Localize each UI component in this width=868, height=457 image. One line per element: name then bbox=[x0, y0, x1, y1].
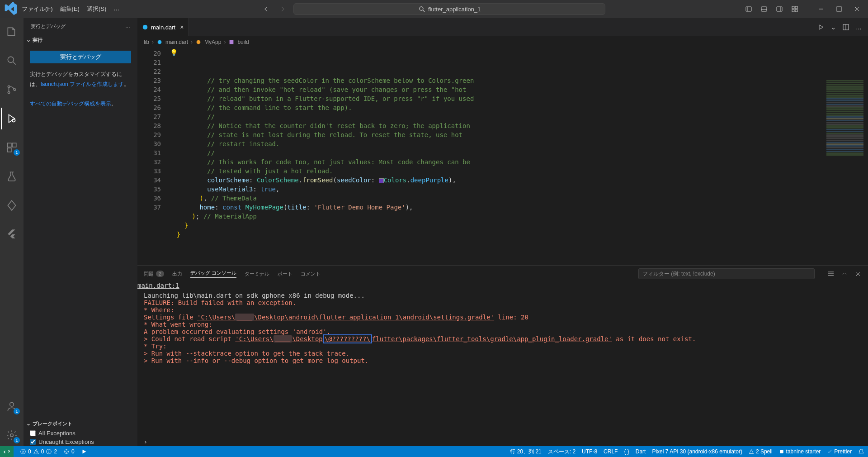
checkbox-all-exceptions[interactable]: All Exceptions bbox=[24, 429, 137, 438]
svg-point-21 bbox=[158, 40, 162, 44]
status-indent[interactable]: スペース: 2 bbox=[548, 448, 576, 456]
more-icon[interactable]: … bbox=[125, 24, 130, 29]
code-editor[interactable]: 202122232425262728293031323334353637 💡 /… bbox=[137, 48, 868, 265]
svg-rect-28 bbox=[780, 450, 783, 453]
run-and-debug-button[interactable]: 実行とデバッグ bbox=[30, 51, 131, 63]
menu-file[interactable]: ファイル(F) bbox=[22, 5, 53, 13]
command-center-text: flutter_application_1 bbox=[428, 6, 481, 13]
create-launchjson-link[interactable]: launch.json ファイルを作成します bbox=[41, 81, 124, 87]
checkbox-uncaught-exceptions[interactable]: Uncaught Exceptions bbox=[24, 438, 137, 446]
svg-point-10 bbox=[8, 86, 9, 87]
panel-settings-icon[interactable] bbox=[827, 270, 835, 277]
svg-rect-14 bbox=[7, 143, 11, 147]
tab-terminal[interactable]: ターミナル bbox=[245, 271, 269, 277]
layout-sidebar-left-icon[interactable] bbox=[745, 5, 752, 13]
menu-edit[interactable]: 編集(E) bbox=[60, 5, 80, 13]
badge: 1 bbox=[14, 437, 20, 443]
status-notifications-icon[interactable] bbox=[858, 448, 864, 455]
status-run[interactable] bbox=[81, 448, 87, 455]
activity-extensions[interactable]: 1 bbox=[1, 137, 23, 158]
activity-search[interactable] bbox=[1, 50, 23, 71]
activity-explorer[interactable] bbox=[1, 21, 23, 43]
show-all-debug-configs-link[interactable]: すべての自動デバッグ構成を表示 bbox=[30, 100, 111, 107]
menu-overflow[interactable]: … bbox=[113, 5, 119, 13]
tab-debug-console[interactable]: デバッグ コンソール bbox=[190, 270, 236, 278]
source-file-link[interactable]: main.dart:1 bbox=[137, 282, 868, 289]
remote-indicator[interactable] bbox=[0, 446, 14, 457]
status-device[interactable]: Pixel 7 API 30 (android-x86 emulator) bbox=[652, 448, 742, 455]
split-editor-icon[interactable] bbox=[842, 24, 849, 31]
badge: 2 bbox=[156, 271, 164, 277]
activity-run-debug[interactable] bbox=[1, 108, 23, 129]
breadcrumb-item[interactable]: build bbox=[237, 39, 249, 45]
status-prettier[interactable]: Prettier bbox=[827, 448, 852, 455]
section-breakpoints[interactable]: ⌄ ブレークポイント bbox=[24, 418, 137, 429]
status-ports[interactable]: 0 bbox=[63, 448, 75, 455]
panel-tabstrip: 問題 2 出力 デバッグ コンソール ターミナル ポート コメント フィルター … bbox=[137, 266, 868, 282]
layout-panel-icon[interactable] bbox=[760, 5, 768, 13]
activity-settings[interactable]: 1 bbox=[1, 424, 23, 446]
window-maximize-icon[interactable] bbox=[835, 5, 843, 13]
minimap[interactable] bbox=[825, 80, 865, 229]
status-language[interactable]: Dart bbox=[636, 448, 646, 455]
chevron-down-icon: ⌄ bbox=[26, 420, 31, 427]
window-close-icon[interactable] bbox=[854, 5, 861, 13]
breadcrumb-item[interactable]: main.dart bbox=[165, 39, 188, 45]
status-braces-icon[interactable]: { } bbox=[624, 448, 629, 455]
activity-flutter-outline[interactable] bbox=[1, 195, 23, 216]
editor-tabstrip: main.dart × ⌄ … bbox=[137, 18, 868, 36]
filter-input[interactable]: フィルター (例: text, !exclude) bbox=[638, 268, 815, 279]
menu-select[interactable]: 選択(S) bbox=[87, 5, 106, 13]
history-nav bbox=[263, 5, 286, 13]
titlebar: ファイル(F) 編集(E) 選択(S) … flutter_applicatio… bbox=[0, 0, 868, 18]
debug-console-input[interactable]: › bbox=[137, 438, 868, 446]
status-spell[interactable]: 2 Spell bbox=[749, 448, 773, 455]
breadcrumb-item[interactable]: MyApp bbox=[204, 39, 221, 45]
panel-collapse-icon[interactable] bbox=[841, 270, 848, 277]
nav-forward-icon[interactable] bbox=[279, 5, 286, 13]
svg-rect-3 bbox=[777, 7, 782, 11]
window-minimize-icon[interactable] bbox=[817, 5, 825, 13]
nav-back-icon[interactable] bbox=[263, 5, 270, 13]
status-problems[interactable]: 0 0 2 bbox=[20, 448, 57, 455]
dart-file-icon bbox=[142, 24, 148, 30]
status-eol[interactable]: CRLF bbox=[604, 448, 618, 455]
section-run[interactable]: ⌄ 実行 bbox=[24, 34, 137, 45]
method-icon bbox=[228, 39, 235, 45]
sidebar-title: 実行とデバッグ bbox=[31, 23, 66, 30]
command-center[interactable]: flutter_application_1 bbox=[293, 3, 605, 15]
tab-output[interactable]: 出力 bbox=[172, 271, 182, 277]
activity-testing[interactable] bbox=[1, 166, 23, 187]
activity-scm[interactable] bbox=[1, 79, 23, 100]
tab-comment[interactable]: コメント bbox=[301, 271, 321, 277]
status-encoding[interactable]: UTF-8 bbox=[582, 448, 597, 455]
lightbulb-icon[interactable]: 💡 bbox=[170, 48, 178, 57]
tab-port[interactable]: ポート bbox=[278, 271, 292, 277]
svg-point-22 bbox=[197, 40, 201, 44]
status-cursor[interactable]: 行 20、列 21 bbox=[510, 448, 541, 456]
activity-accounts[interactable]: 1 bbox=[1, 395, 23, 417]
svg-point-9 bbox=[8, 57, 14, 62]
close-icon[interactable]: × bbox=[180, 24, 184, 31]
clear-icon[interactable] bbox=[854, 270, 862, 277]
tab-main-dart[interactable]: main.dart × bbox=[137, 18, 189, 36]
run-icon[interactable] bbox=[817, 24, 825, 31]
svg-rect-8 bbox=[837, 7, 841, 11]
svg-point-11 bbox=[8, 91, 9, 93]
bottom-panel: 問題 2 出力 デバッグ コンソール ターミナル ポート コメント フィルター … bbox=[137, 265, 868, 446]
more-icon[interactable]: … bbox=[856, 24, 862, 31]
layout-custom-icon[interactable] bbox=[791, 5, 798, 13]
run-dropdown-icon[interactable]: ⌄ bbox=[831, 24, 836, 31]
svg-point-19 bbox=[143, 25, 148, 30]
svg-rect-1 bbox=[746, 7, 751, 11]
status-tabnine[interactable]: tabnine starter bbox=[779, 448, 821, 455]
tab-problems[interactable]: 問題 2 bbox=[144, 271, 164, 277]
chevron-down-icon: ⌄ bbox=[26, 37, 31, 43]
sidebar-run-debug: 実行とデバッグ … ⌄ 実行 実行とデバッグ 実行とデバッグをカスタマイズするに… bbox=[24, 18, 137, 446]
breadcrumb-item[interactable]: lib bbox=[144, 39, 149, 45]
layout-sidebar-right-icon[interactable] bbox=[776, 5, 783, 13]
debug-console-output[interactable]: Launching lib\main.dart on sdk gphone x8… bbox=[137, 289, 868, 438]
svg-rect-5 bbox=[795, 6, 797, 9]
breadcrumb[interactable]: lib › main.dart › MyApp › build bbox=[137, 36, 868, 48]
activity-flutter[interactable] bbox=[1, 224, 23, 245]
